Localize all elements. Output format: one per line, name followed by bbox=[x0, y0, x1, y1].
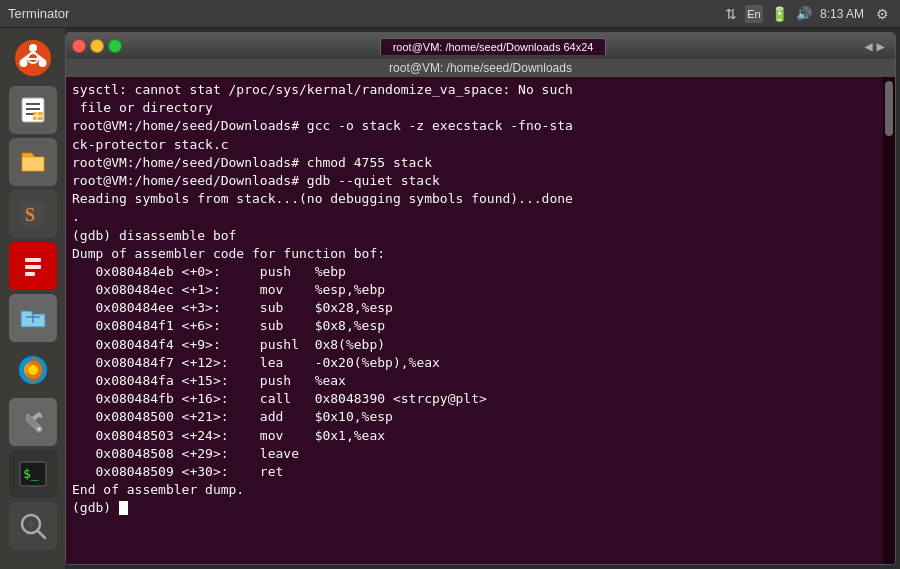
svg-point-3 bbox=[38, 59, 46, 67]
panel-icon bbox=[19, 252, 47, 280]
settings-gear-icon[interactable]: ⚙ bbox=[872, 4, 892, 24]
terminal-output: sysctl: cannot stat /proc/sys/kernal/ran… bbox=[72, 81, 877, 518]
ubuntu-icon bbox=[14, 39, 52, 77]
terminal-content[interactable]: sysctl: cannot stat /proc/sys/kernal/ran… bbox=[66, 77, 883, 564]
svg-point-2 bbox=[19, 59, 27, 67]
svg-rect-5 bbox=[22, 98, 44, 122]
scroll-right-icon[interactable]: ▶ bbox=[877, 38, 885, 55]
scroll-left-icon[interactable]: ◀ bbox=[864, 38, 872, 55]
terminal-window: root@VM: /home/seed/Downloads 64x24 ◀ ▶ … bbox=[65, 32, 896, 565]
svg-rect-15 bbox=[25, 258, 41, 262]
folder-manager-icon bbox=[18, 303, 48, 333]
arrows-icon: ⇅ bbox=[725, 6, 737, 22]
svg-point-23 bbox=[37, 427, 41, 431]
text-editor-icon bbox=[19, 96, 47, 124]
sublime-icon: S bbox=[18, 199, 48, 229]
terminal-cursor bbox=[119, 501, 128, 515]
volume-icon: 🔊 bbox=[796, 6, 812, 21]
sidebar: S bbox=[0, 28, 65, 569]
sidebar-item-sublime[interactable]: S bbox=[9, 190, 57, 238]
svg-point-20 bbox=[19, 356, 47, 384]
firefox-icon bbox=[15, 352, 51, 388]
scrollbar-thumb[interactable] bbox=[885, 81, 893, 136]
sidebar-item-firefox[interactable] bbox=[9, 346, 57, 394]
terminal-icon: $_ bbox=[18, 460, 48, 488]
svg-rect-24 bbox=[20, 462, 46, 486]
terminal-body: sysctl: cannot stat /proc/sys/kernal/ran… bbox=[66, 77, 895, 564]
svg-rect-9 bbox=[33, 112, 43, 120]
svg-point-26 bbox=[22, 515, 40, 533]
svg-text:S: S bbox=[25, 205, 35, 225]
terminal-tab[interactable]: root@VM: /home/seed/Downloads 64x24 bbox=[380, 38, 607, 55]
svg-rect-14 bbox=[21, 254, 45, 278]
scrollbar[interactable] bbox=[883, 77, 895, 564]
terminal-tab-bar: root@VM: /home/seed/Downloads 64x24 bbox=[126, 38, 860, 55]
scroll-arrows: ◀ ▶ bbox=[864, 38, 885, 55]
sidebar-item-terminal[interactable]: $_ bbox=[9, 450, 57, 498]
taskbar-title: Terminator bbox=[8, 6, 69, 21]
sidebar-item-ubuntu[interactable] bbox=[9, 34, 57, 82]
tools-icon bbox=[19, 408, 47, 436]
files-icon bbox=[18, 147, 48, 177]
minimize-button[interactable] bbox=[90, 39, 104, 53]
taskbar: Terminator ⇅ En 🔋 🔊 8:13 AM ⚙ bbox=[0, 0, 900, 28]
sidebar-item-magnifier[interactable] bbox=[9, 502, 57, 550]
svg-rect-16 bbox=[25, 265, 41, 269]
window-title-bar: root@VM: /home/seed/Downloads bbox=[66, 59, 895, 77]
magnifier-icon bbox=[18, 511, 48, 541]
keyboard-layout[interactable]: En bbox=[745, 5, 763, 23]
svg-text:$_: $_ bbox=[23, 466, 39, 481]
close-button[interactable] bbox=[72, 39, 86, 53]
terminal-titlebar: root@VM: /home/seed/Downloads 64x24 ◀ ▶ bbox=[66, 33, 895, 59]
svg-point-4 bbox=[28, 53, 38, 63]
taskbar-right: ⇅ En 🔋 🔊 8:13 AM ⚙ bbox=[725, 4, 892, 24]
taskbar-left: Terminator bbox=[8, 6, 69, 21]
svg-point-0 bbox=[15, 40, 51, 76]
maximize-button[interactable] bbox=[108, 39, 122, 53]
svg-line-27 bbox=[38, 531, 45, 538]
svg-rect-12 bbox=[21, 202, 45, 226]
sidebar-item-tools[interactable] bbox=[9, 398, 57, 446]
svg-point-1 bbox=[29, 44, 37, 52]
svg-rect-17 bbox=[25, 272, 35, 276]
svg-point-21 bbox=[24, 361, 42, 379]
battery-icon: 🔋 bbox=[771, 6, 788, 22]
sidebar-item-panel[interactable] bbox=[9, 242, 57, 290]
window-title: root@VM: /home/seed/Downloads bbox=[389, 61, 572, 75]
sidebar-item-folder-manager[interactable] bbox=[9, 294, 57, 342]
svg-point-22 bbox=[28, 365, 38, 375]
main-layout: S bbox=[0, 28, 900, 569]
tab-label: root@VM: /home/seed/Downloads 64x24 bbox=[393, 41, 594, 53]
sidebar-item-files[interactable] bbox=[9, 138, 57, 186]
sidebar-item-text-editor[interactable] bbox=[9, 86, 57, 134]
clock: 8:13 AM bbox=[820, 7, 864, 21]
